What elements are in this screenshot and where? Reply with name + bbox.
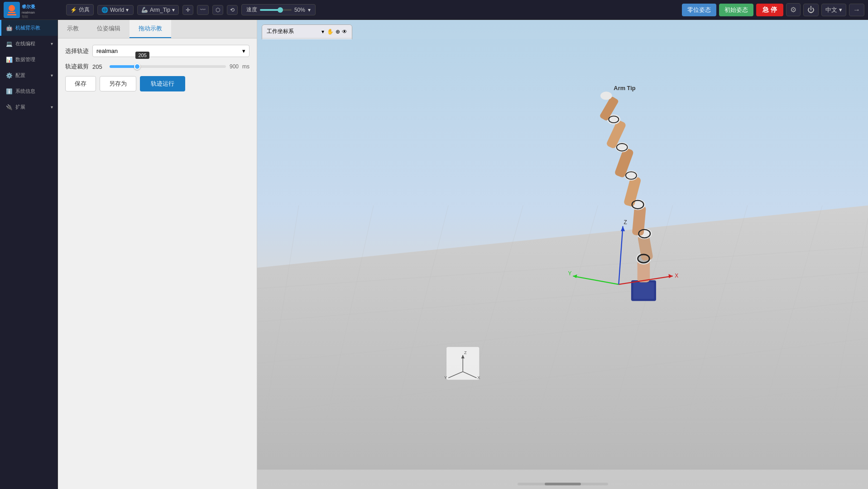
sidebar-extend-header[interactable]: 🔌 扩展 ▾ (0, 99, 58, 115)
chevron-down-icon2: ▾ (172, 7, 175, 13)
svg-text:realman: realman (22, 10, 35, 14)
tool-icon-4[interactable]: ⟲ (227, 5, 238, 15)
main-layout: 🤖 机械臂示教 💻 在线编程 ▾ 📊 数据管理 ⚙️ 配置 ▾ (0, 20, 868, 489)
settings-icon[interactable]: ⚙ (786, 3, 801, 16)
tab-pose-edit[interactable]: 位姿编辑 (88, 20, 129, 38)
trajectory-select[interactable]: realman ▾ (92, 45, 249, 57)
tool-icon-3[interactable]: ⬡ (212, 5, 223, 15)
tab-teach[interactable]: 示教 (58, 20, 88, 38)
sidebar-data-header[interactable]: 📊 数据管理 (0, 52, 58, 67)
logout-icon[interactable]: → (849, 4, 864, 16)
language-selector[interactable]: 中文 ▾ (821, 4, 846, 16)
trajectory-value: realman (96, 48, 118, 54)
zero-pose-button[interactable]: 零位姿态 (682, 4, 716, 16)
trajectory-row: 选择轨迹 realman ▾ (65, 45, 249, 57)
extend-chevron-icon: ▾ (51, 105, 53, 110)
sysinfo-icon: ℹ️ (6, 88, 13, 95)
trim-start-value: 205 (92, 63, 106, 70)
speed-label: 速度 (246, 6, 257, 14)
trajectory-chevron-icon: ▾ (242, 48, 245, 54)
tool-icon-1[interactable]: ✛ (182, 5, 193, 15)
viewport: 工作坐标系 ▾ ✋ ⊕ 👁 位置姿态 ⧉ X (257, 20, 868, 489)
trim-tooltip: 205 (135, 52, 149, 59)
trim-fill (110, 65, 135, 68)
svg-point-39 (600, 91, 612, 100)
world-dropdown[interactable]: 🌐 World ▾ (97, 5, 134, 15)
svg-text:X: X (675, 273, 678, 279)
chevron-down-icon: ▾ (126, 7, 129, 13)
config-icon: ⚙️ (6, 72, 13, 79)
trim-thumb[interactable]: 205 (134, 63, 140, 70)
lang-chevron-icon: ▾ (839, 6, 842, 13)
trim-unit: ms (242, 63, 249, 70)
world-icon: 🌐 (101, 7, 108, 13)
topbar-right: 零位姿态 初始姿态 急 停 ⚙ ⏻ 中文 ▾ → (682, 3, 864, 16)
viewport-scrollbar-thumb[interactable] (545, 483, 581, 485)
path-icon: 〰 (200, 7, 206, 13)
sidebar-item-extend[interactable]: 🔌 扩展 ▾ (0, 99, 58, 115)
sidebar-sysinfo-label: 系统信息 (15, 88, 35, 95)
sidebar: 🤖 机械臂示教 💻 在线编程 ▾ 📊 数据管理 ⚙️ 配置 ▾ (0, 20, 58, 489)
sidebar-config-label: 配置 (15, 72, 25, 79)
simulation-icon: ⚡ (70, 7, 77, 13)
sidebar-config-header[interactable]: ⚙️ 配置 ▾ (0, 67, 58, 83)
sidebar-item-data[interactable]: 📊 数据管理 (0, 52, 58, 67)
logo-icon: 睿尔曼 realman 智能 (4, 2, 40, 18)
estop-button[interactable]: 急 停 (756, 4, 783, 16)
tab-drag-teach[interactable]: 拖动示教 (129, 20, 171, 38)
logo: 睿尔曼 realman 智能 (4, 2, 62, 18)
drag-teach-panel: 选择轨迹 realman ▾ 轨迹裁剪 205 205 (58, 38, 257, 98)
tool-icon-2[interactable]: 〰 (197, 5, 209, 15)
move-icon: ✛ (186, 7, 190, 13)
trim-label: 轨迹裁剪 (65, 62, 89, 71)
power-icon[interactable]: ⏻ (803, 4, 819, 16)
svg-rect-3 (7, 14, 16, 15)
run-button[interactable]: 轨迹运行 (140, 76, 185, 91)
online-chevron-icon: ▾ (51, 41, 53, 46)
sidebar-item-config[interactable]: ⚙️ 配置 ▾ (0, 67, 58, 83)
topbar: 睿尔曼 realman 智能 ⚡ 仿真 🌐 World ▾ 🦾 Arm_Tip … (0, 0, 868, 20)
speed-thumb[interactable] (278, 7, 283, 13)
trim-end-value: 900 (230, 63, 239, 70)
trim-row: 轨迹裁剪 205 205 900 ms (65, 62, 249, 71)
viewport-3d: Arm Tip Y X Z Z (257, 20, 868, 489)
action-row: 保存 另存为 轨迹运行 (65, 76, 249, 91)
sidebar-teach-header[interactable]: 🤖 机械臂示教 (0, 20, 58, 36)
mode-button[interactable]: ⚡ 仿真 (66, 4, 94, 15)
init-pose-button[interactable]: 初始姿态 (719, 4, 753, 16)
extend-icon: 🔌 (6, 104, 13, 110)
arm-tip-dropdown[interactable]: 🦾 Arm_Tip ▾ (137, 5, 179, 15)
sidebar-sysinfo-header[interactable]: ℹ️ 系统信息 (0, 83, 58, 99)
sidebar-extend-label: 扩展 (15, 104, 25, 110)
speed-dropdown-icon[interactable]: ▾ (308, 7, 311, 13)
arm-tip-label: Arm Tip (614, 85, 635, 91)
arm-tip-label: Arm_Tip (150, 7, 170, 13)
svg-text:Z: Z (464, 350, 467, 355)
sidebar-item-sysinfo[interactable]: ℹ️ 系统信息 (0, 83, 58, 99)
world-label: World (110, 7, 124, 13)
online-icon: 💻 (6, 41, 13, 47)
tab-bar: 示教 位姿编辑 拖动示教 (58, 20, 257, 38)
sidebar-item-teach[interactable]: 🤖 机械臂示教 (0, 20, 58, 36)
sidebar-online-header[interactable]: 💻 在线编程 ▾ (0, 36, 58, 52)
svg-text:Y: Y (568, 270, 571, 277)
teach-icon: 🤖 (6, 25, 13, 31)
sidebar-teach-label: 机械臂示教 (15, 24, 40, 31)
sidebar-item-online[interactable]: 💻 在线编程 ▾ (0, 36, 58, 52)
speed-value: 50% (294, 7, 305, 13)
svg-text:睿尔曼: 睿尔曼 (22, 4, 36, 9)
lang-label: 中文 (825, 6, 837, 13)
config-chevron-icon: ▾ (51, 73, 53, 78)
speed-slider[interactable] (260, 9, 292, 11)
svg-text:X: X (477, 375, 480, 380)
left-panel: 示教 位姿编辑 拖动示教 选择轨迹 realman ▾ (58, 20, 257, 489)
viewport-scrollbar[interactable] (518, 483, 608, 485)
saveas-button[interactable]: 另存为 (100, 76, 136, 91)
trim-slider[interactable]: 205 (110, 65, 226, 68)
svg-text:智能: 智能 (22, 15, 28, 18)
svg-text:Y: Y (444, 375, 447, 380)
mode-label: 仿真 (79, 6, 90, 14)
save-button[interactable]: 保存 (65, 76, 96, 91)
sidebar-data-label: 数据管理 (15, 56, 35, 63)
sidebar-online-label: 在线编程 (15, 40, 35, 47)
